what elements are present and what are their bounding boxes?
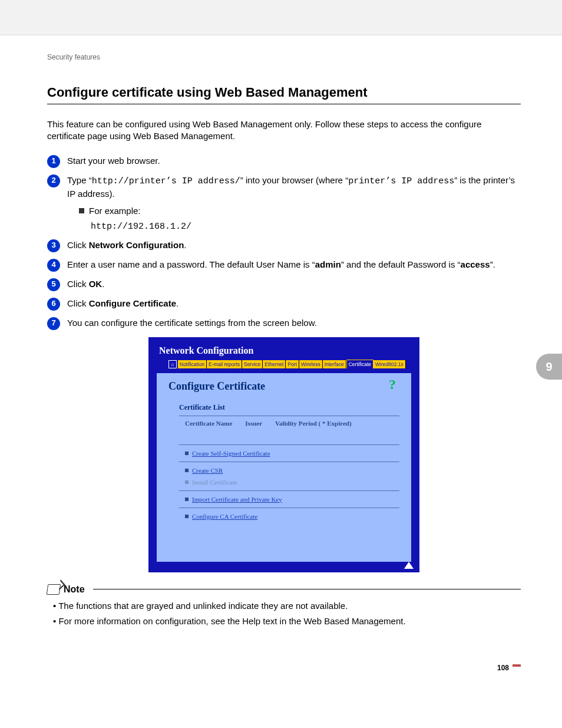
col-cert-name: Certificate Name <box>185 420 232 427</box>
step-2-example-code: http://192.168.1.2/ <box>91 220 521 233</box>
link-label-disabled: Install Certificate <box>192 479 237 486</box>
note-header: Note <box>47 584 521 595</box>
col-validity: Validity Period ( * Expired) <box>275 420 352 427</box>
divider <box>179 508 399 508</box>
divider <box>179 416 399 416</box>
square-bullet-icon <box>185 469 189 472</box>
home-icon[interactable]: ⌂ <box>168 360 177 368</box>
step-3-text-a: Click <box>67 240 89 250</box>
link-install-certificate: Install Certificate <box>185 479 399 486</box>
top-banner <box>0 0 562 35</box>
step-3-bold: Network Configuration <box>89 240 184 250</box>
step-5-body: Click OK. <box>67 278 521 290</box>
help-icon[interactable]: ? <box>389 377 405 393</box>
note-rule <box>93 589 521 589</box>
step-2-sub-label: For example: <box>89 206 141 216</box>
step-2-body: Type “http://printer’s IP address/” into… <box>67 174 521 233</box>
link-label: Configure CA Certificate <box>192 513 257 520</box>
page-number-value: 108 <box>497 664 509 672</box>
step-2: 2 Type “http://printer’s IP address/” in… <box>47 174 521 233</box>
step-6-text-c: . <box>176 298 178 308</box>
square-bullet-icon <box>185 452 189 455</box>
square-bullet-icon <box>185 515 189 518</box>
step-2-text-b: ” into your browser (where “ <box>240 175 348 185</box>
step-number-7: 7 <box>47 317 60 330</box>
square-bullet-icon <box>185 498 189 501</box>
tab-ethernet[interactable]: Ethernet <box>263 360 286 368</box>
step-5-text-a: Click <box>67 279 89 289</box>
step-4-bold-admin: admin <box>315 259 341 269</box>
step-2-text-a: Type “ <box>67 175 92 185</box>
step-4-bold-access: access <box>461 259 490 269</box>
link-create-csr[interactable]: Create CSR <box>185 467 399 474</box>
divider <box>179 444 399 445</box>
col-issuer: Issuer <box>245 420 262 427</box>
screenshot-title: Network Configuration <box>159 345 411 356</box>
breadcrumb: Security features <box>47 53 521 61</box>
scroll-up-icon[interactable] <box>404 562 414 569</box>
step-5: 5 Click OK. <box>47 278 521 291</box>
link-label: Create Self-Signed Certificate <box>192 450 270 457</box>
page-number-bar <box>513 664 521 667</box>
step-5-text-c: . <box>102 279 104 289</box>
step-3: 3 Click Network Configuration. <box>47 239 521 252</box>
tab-certificate[interactable]: Certificate <box>346 360 373 368</box>
tab-interface[interactable]: Interface <box>323 360 346 368</box>
step-3-text-c: . <box>184 240 186 250</box>
note-list: The functions that are grayed and unlink… <box>53 599 521 628</box>
step-6: 6 Click Configure Certificate. <box>47 297 521 311</box>
tab-notification[interactable]: Notification <box>178 360 207 368</box>
step-1-body: Start your web browser. <box>67 154 521 167</box>
step-5-bold: OK <box>89 279 103 289</box>
cert-list-header: Certificate List <box>179 403 399 412</box>
step-4: 4 Enter a user name and a password. The … <box>47 258 521 272</box>
square-bullet-icon <box>79 208 84 213</box>
tab-service[interactable]: Service <box>242 360 263 368</box>
screenshot-panel: ? Configure Certificate Certificate List… <box>157 373 411 562</box>
step-4-body: Enter a user name and a password. The de… <box>67 258 521 271</box>
step-4-text-a: Enter a user name and a password. The de… <box>67 259 315 269</box>
intro-text: This feature can be configured using Web… <box>47 118 521 143</box>
link-import-cert[interactable]: Import Certificate and Private Key <box>185 496 399 503</box>
tab-port[interactable]: Port <box>286 360 299 368</box>
step-number-1: 1 <box>47 155 60 168</box>
title-rule <box>47 104 521 104</box>
tab-wired8021x[interactable]: Wired802.1x <box>373 360 406 368</box>
tab-wireless[interactable]: Wireless <box>299 360 323 368</box>
divider <box>179 490 399 491</box>
page-title: Configure certificate using Web Based Ma… <box>47 85 521 100</box>
link-label: Import Certificate and Private Key <box>192 496 282 503</box>
step-number-3: 3 <box>47 239 60 252</box>
step-4-text-c: ” and the default Password is “ <box>341 259 461 269</box>
note-item-1: The functions that are grayed and unlink… <box>53 599 521 613</box>
screenshot-tabs: ⌂ Notification E-mail reports Service Et… <box>168 360 411 368</box>
step-1: 1 Start your web browser. <box>47 154 521 168</box>
note-label: Note <box>64 584 85 595</box>
step-6-bold: Configure Certificate <box>89 298 176 308</box>
step-7: 7 You can configure the certificate sett… <box>47 317 521 330</box>
step-7-body: You can configure the certificate settin… <box>67 317 521 329</box>
divider <box>179 462 399 462</box>
step-2-code-2: printer’s IP address <box>348 176 454 186</box>
panel-title: Configure Certificate <box>168 380 399 393</box>
tab-email-reports[interactable]: E-mail reports <box>207 360 242 368</box>
note-item-2: For more information on configuration, s… <box>53 615 521 628</box>
step-6-body: Click Configure Certificate. <box>67 297 521 309</box>
step-6-text-a: Click <box>67 298 89 308</box>
step-3-body: Click Network Configuration. <box>67 239 521 251</box>
step-number-2: 2 <box>47 174 60 187</box>
step-number-6: 6 <box>47 298 60 311</box>
cert-list-columns: Certificate Name Issuer Validity Period … <box>185 420 399 427</box>
note-icon <box>47 584 61 595</box>
link-label: Create CSR <box>192 467 223 474</box>
page-number: 108 <box>47 664 521 672</box>
square-bullet-icon <box>185 480 189 484</box>
screenshot-network-config: Network Configuration ⌂ Notification E-m… <box>148 337 419 572</box>
link-create-self-signed[interactable]: Create Self-Signed Certificate <box>185 450 399 457</box>
step-4-text-e: ”. <box>490 259 495 269</box>
step-2-code-1: http://printer’s IP address/ <box>92 176 240 186</box>
link-configure-ca[interactable]: Configure CA Certificate <box>185 513 399 520</box>
step-number-4: 4 <box>47 259 60 272</box>
step-number-5: 5 <box>47 278 60 291</box>
step-2-sub: For example: <box>79 205 521 217</box>
